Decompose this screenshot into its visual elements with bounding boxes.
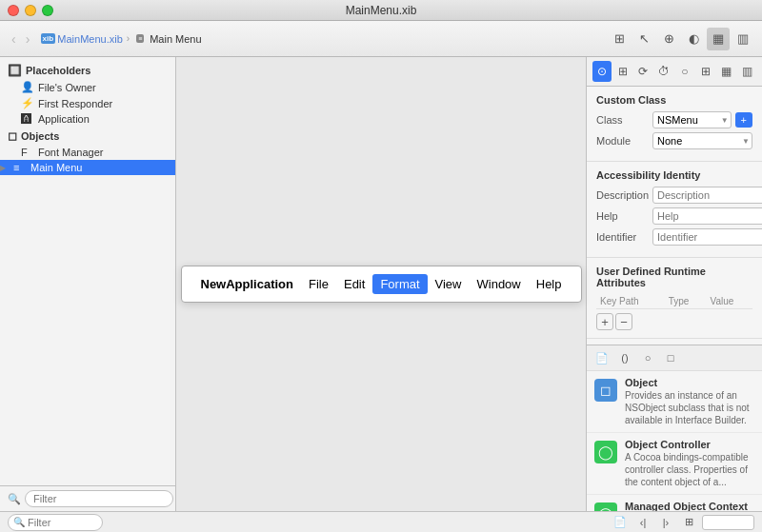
rp-size-tab[interactable]: ⊞ <box>696 61 715 82</box>
object-text-1: Object Controller A Cocoa bindings-compa… <box>625 439 754 488</box>
add-attr-btn[interactable]: + <box>596 313 613 330</box>
canvas: NewApplication File Edit Format View Win… <box>176 57 586 511</box>
font-manager-item[interactable]: F Font Manager <box>0 145 175 160</box>
cursor-tool-button[interactable]: ↖ <box>632 28 655 50</box>
toolbar-right-buttons: ⊞ ↖ ⊕ ◐ ▦ ▥ <box>608 28 754 50</box>
object-text-2: Managed Object Context An instance of NS… <box>625 501 754 511</box>
object-desc-0: Provides an instance of an NSObject subc… <box>625 389 754 426</box>
bottom-square-btn[interactable]: □ <box>661 348 680 367</box>
placeholders-icon: 🔲 <box>8 64 22 77</box>
rp-identity-tab[interactable]: ⊙ <box>592 61 612 82</box>
filter-input[interactable] <box>25 490 173 507</box>
col-value: Value <box>707 294 752 309</box>
first-responder-item[interactable]: ⚡ First Responder <box>0 95 175 111</box>
custom-class-title: Custom Class <box>596 94 752 106</box>
xib-icon: xib <box>41 32 54 46</box>
rp-attr-tab[interactable]: ⊞ <box>613 61 632 82</box>
menu-bar-items: NewApplication File Edit Format View Win… <box>193 274 570 294</box>
main-area: 🔲 Placeholders 👤 File's Owner ⚡ First Re… <box>0 57 762 511</box>
description-input[interactable] <box>652 187 762 204</box>
add-object-button[interactable]: ⊕ <box>657 28 680 50</box>
panel-button[interactable]: ▥ <box>732 28 754 50</box>
bottom-paren-btn[interactable]: () <box>615 348 634 367</box>
left-panel-content: 🔲 Placeholders 👤 File's Owner ⚡ First Re… <box>0 57 175 485</box>
rp-history-tab[interactable]: ⏱ <box>654 61 673 82</box>
object-search-input[interactable]: object <box>702 515 754 530</box>
class-select-wrapper: NSMenu ▼ <box>652 111 732 128</box>
object-icon-1: ◯ <box>594 441 617 463</box>
adjust-button[interactable]: ◐ <box>682 28 705 50</box>
font-manager-icon: F <box>21 147 34 158</box>
object-text-0: Object Provides an instance of an NSObje… <box>625 377 754 426</box>
main-menu-icon: ≡ <box>13 162 27 173</box>
placeholders-header: 🔲 Placeholders <box>0 61 175 79</box>
rp-search-tab[interactable]: ○ <box>675 61 694 82</box>
object-icon-2: ◯ <box>594 502 617 511</box>
view-split-button[interactable]: ⊞ <box>608 28 631 50</box>
bottom-object-library: 📄 () ○ □ ◻ Object Provides an instance o… <box>587 345 762 511</box>
object-title-1: Object Controller <box>625 439 754 450</box>
user-defined-section: User Defined Runtime Attributes Key Path… <box>587 258 762 339</box>
rp-effects-tab[interactable]: ▦ <box>717 61 736 82</box>
object-icon-0: ◻ <box>594 379 617 402</box>
bottom-toolbar: 📄 () ○ □ <box>587 345 762 371</box>
expand-arrow: ▶ <box>0 163 8 172</box>
minimize-button[interactable] <box>25 5 36 16</box>
object-item-2[interactable]: ◯ Managed Object Context An instance of … <box>587 495 762 511</box>
menu-item-app[interactable]: NewApplication <box>193 274 302 294</box>
back-button[interactable]: ‹ <box>8 30 20 49</box>
class-select[interactable]: NSMenu <box>652 111 732 128</box>
object-title-0: Object <box>625 377 754 388</box>
accessibility-section: Accessibility Identity Description Help … <box>587 162 762 258</box>
help-label: Help <box>596 210 649 222</box>
close-button[interactable] <box>8 5 19 16</box>
menu-item-window[interactable]: Window <box>470 274 529 294</box>
user-defined-title: User Defined Runtime Attributes <box>596 266 752 288</box>
first-responder-icon: ⚡ <box>21 97 34 109</box>
main-menu-item[interactable]: ▶ ≡ Main Menu <box>0 160 175 175</box>
menu-bar-preview: NewApplication File Edit Format View Win… <box>181 266 582 303</box>
object-item-1[interactable]: ◯ Object Controller A Cocoa bindings-com… <box>587 433 762 495</box>
add-minus-buttons: + − <box>596 313 752 330</box>
files-owner-item[interactable]: 👤 File's Owner <box>0 79 175 95</box>
identifier-row: Identifier <box>596 228 752 246</box>
menu-item-file[interactable]: File <box>301 274 336 294</box>
module-row: Module None ▼ <box>596 132 752 149</box>
application-label: Application <box>38 113 90 125</box>
breadcrumb-xib[interactable]: xib MainMenu.xib <box>41 32 122 46</box>
menu-item-view[interactable]: View <box>428 274 470 294</box>
object-item-0[interactable]: ◻ Object Provides an instance of an NSOb… <box>587 371 762 433</box>
module-select-wrapper: None ▼ <box>652 132 752 149</box>
help-input[interactable] <box>652 207 762 225</box>
object-desc-1: A Cocoa bindings-compatible controller c… <box>625 451 754 488</box>
breadcrumb-xib-label: MainMenu.xib <box>57 33 122 45</box>
remove-attr-btn[interactable]: − <box>615 313 632 330</box>
identifier-input[interactable] <box>652 228 762 246</box>
menu-icon: ≡ <box>133 32 147 46</box>
bottom-icon-3[interactable]: |› <box>656 515 675 530</box>
class-add-btn[interactable]: + <box>735 112 752 128</box>
module-select[interactable]: None <box>652 132 752 149</box>
forward-button[interactable]: › <box>22 30 34 49</box>
window-title: MainMenu.xib <box>346 4 417 17</box>
right-panel: ⊙ ⊞ ⟳ ⏱ ○ ⊞ ▦ ▥ Custom Class Class NSMen… <box>586 57 762 511</box>
bottom-icon-2[interactable]: ‹| <box>633 515 652 530</box>
files-owner-label: File's Owner <box>38 82 96 93</box>
inspector-button[interactable]: ▦ <box>707 28 730 50</box>
bottom-page-btn[interactable]: 📄 <box>592 348 612 367</box>
bottom-filter-input[interactable] <box>8 514 103 531</box>
bottom-circle-btn[interactable]: ○ <box>638 348 657 367</box>
application-item[interactable]: 🅰 Application <box>0 111 175 127</box>
breadcrumb: xib MainMenu.xib › ≡ Main Menu <box>41 32 201 46</box>
menu-item-help[interactable]: Help <box>529 274 570 294</box>
application-icon: 🅰 <box>21 113 34 125</box>
bottom-grid-icon[interactable]: ⊞ <box>679 515 698 530</box>
objects-title: Objects <box>21 130 59 142</box>
breadcrumb-menu[interactable]: ≡ Main Menu <box>133 32 201 46</box>
bottom-icon-1[interactable]: 📄 <box>611 515 630 530</box>
rp-connections-tab[interactable]: ⟳ <box>634 61 653 82</box>
menu-item-edit[interactable]: Edit <box>336 274 372 294</box>
rp-help-tab[interactable]: ▥ <box>737 61 756 82</box>
maximize-button[interactable] <box>42 5 53 16</box>
menu-item-format[interactable]: Format <box>372 274 427 294</box>
